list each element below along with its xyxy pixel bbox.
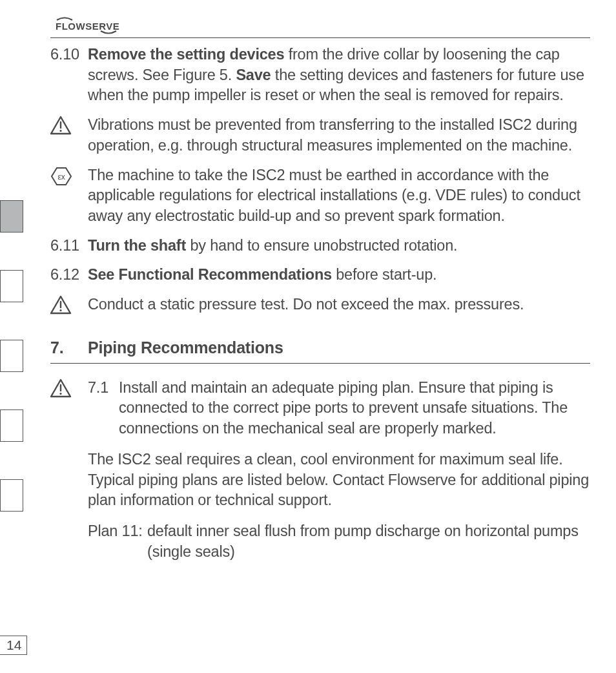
plan-label: Plan 11: <box>88 521 147 562</box>
step-6-10: 6.10 Remove the setting devices from the… <box>50 45 590 106</box>
text-bold: Turn the shaft <box>88 237 186 254</box>
step-7-1: 7.1 Install and maintain an adequate pip… <box>50 378 590 439</box>
text-bold: See Functional Recommendations <box>88 266 332 283</box>
step-6-12: 6.12 See Functional Recommendations befo… <box>50 265 590 285</box>
svg-point-10 <box>59 393 61 395</box>
ex-icon: εx <box>50 165 88 227</box>
text: before start-up. <box>332 266 437 283</box>
step-number: 6.10 <box>50 45 88 106</box>
page: FLOWSERVE 6.10 Remove the setting device… <box>0 0 616 673</box>
brand-logo: FLOWSERVE <box>56 18 590 34</box>
warning-block: Vibrations must be prevented from transf… <box>50 115 590 156</box>
header-rule <box>50 37 590 38</box>
step-body: See Functional Recommendations before st… <box>88 265 590 285</box>
step-number: 6.11 <box>50 236 88 256</box>
text-bold: Remove the setting devices <box>88 46 284 63</box>
thumb-tab <box>0 340 23 372</box>
warning-text: Conduct a static pressure test. Do not e… <box>88 295 590 315</box>
page-number: 14 <box>0 636 27 655</box>
ex-text: The machine to take the ISC2 must be ear… <box>88 165 590 227</box>
step-number: 6.12 <box>50 265 88 285</box>
ex-block: εx The machine to take the ISC2 must be … <box>50 165 590 227</box>
plan-text: default inner seal flush from pump disch… <box>147 521 590 562</box>
thumb-tab <box>0 479 23 512</box>
step-body: Remove the setting devices from the driv… <box>88 45 590 106</box>
text: by hand to ensure unobstructed rotation. <box>186 237 457 254</box>
thumb-tab <box>0 409 23 442</box>
warning-block: Conduct a static pressure test. Do not e… <box>50 295 590 315</box>
warning-icon <box>50 378 88 439</box>
warning-text: Vibrations must be prevented from transf… <box>88 115 590 156</box>
step-6-11: 6.11 Turn the shaft by hand to ensure un… <box>50 236 590 256</box>
warning-icon <box>50 115 88 156</box>
thumb-tab <box>0 270 23 302</box>
thumb-tab <box>0 200 23 233</box>
section-heading: 7. Piping Recommendations <box>50 337 590 364</box>
warning-icon <box>50 295 88 315</box>
svg-point-2 <box>59 130 61 132</box>
paragraph: The ISC2 seal requires a clean, cool env… <box>50 450 590 511</box>
svg-point-7 <box>59 309 61 311</box>
step-body: Turn the shaft by hand to ensure unobstr… <box>88 236 590 256</box>
section-title: Piping Recommendations <box>88 337 283 359</box>
plan-row: Plan 11: default inner seal flush from p… <box>50 521 590 562</box>
step-number: 7.1 <box>88 378 119 439</box>
section-number: 7. <box>50 337 88 359</box>
text-bold: Save <box>236 67 271 83</box>
step-body: Install and maintain an adequate piping … <box>119 378 590 439</box>
svg-text:εx: εx <box>58 172 65 181</box>
content-area: 6.10 Remove the setting devices from the… <box>50 45 590 562</box>
brand-text: FLOWSERVE <box>56 21 119 32</box>
